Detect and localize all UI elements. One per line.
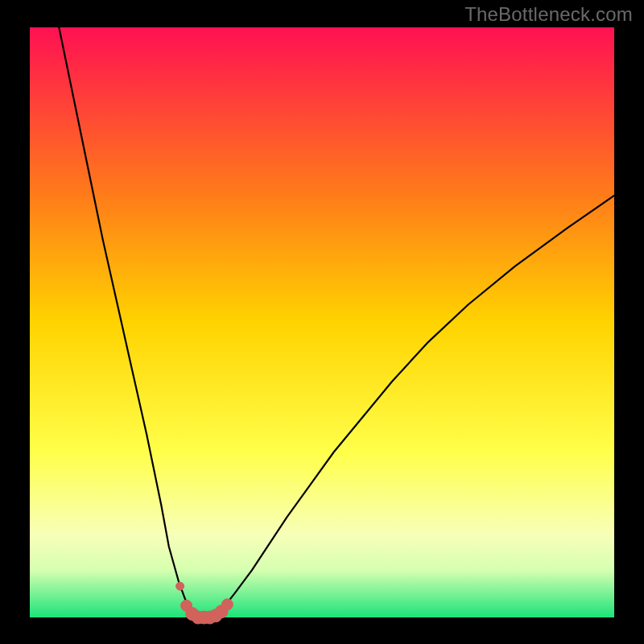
trough-marker-dot xyxy=(176,582,184,590)
watermark-text: TheBottleneck.com xyxy=(464,3,633,26)
app-frame: TheBottleneck.com xyxy=(0,0,644,644)
bottleneck-chart xyxy=(0,0,644,644)
plot-background xyxy=(30,27,614,617)
trough-marker-dot xyxy=(221,599,233,610)
